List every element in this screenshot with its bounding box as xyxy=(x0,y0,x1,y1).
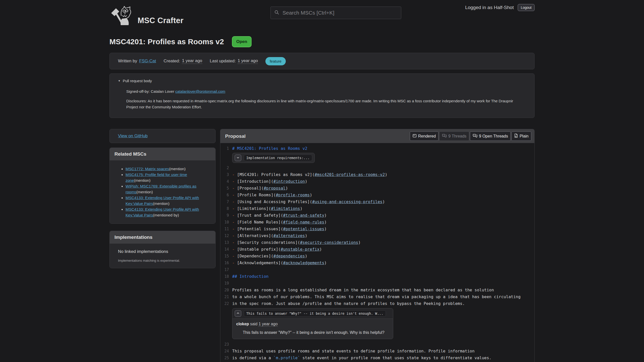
code-line: 7- [Using and Accessing Profiles](#using… xyxy=(220,198,534,205)
logout-button[interactable]: Logout xyxy=(518,4,535,11)
top-bar: MSC Crafter Logged in as Half-Shot Logou… xyxy=(109,0,535,30)
open-thread: This fails to answer "Why?" -- it being … xyxy=(232,308,393,339)
anchor-link[interactable]: #unstable-prefix xyxy=(281,247,319,252)
code-line: 25is defined via a `m.profile` state eve… xyxy=(220,354,534,361)
list-item: MSC1772: Matrix spaces(mention) xyxy=(126,166,211,172)
relation-type: (mentioned by) xyxy=(153,213,179,217)
updated-time: 1 year ago xyxy=(238,58,258,64)
code-line: 11- [Potential issues](#potential-issues… xyxy=(220,225,534,232)
proposal-title: Proposal xyxy=(225,133,246,139)
list-item: WIPish: MSC1769: Extensible profiles as … xyxy=(126,183,211,195)
anchor-link[interactable]: #security-considerations xyxy=(300,240,358,245)
line-number: 6 xyxy=(220,193,229,197)
code-line: 12- [Alternatives](#alternatives) xyxy=(220,232,534,239)
line-number: 3 xyxy=(220,172,229,177)
anchor-link[interactable]: #profile-rooms xyxy=(276,193,310,197)
github-link-box: View on GitHub xyxy=(109,129,216,143)
anchor-link[interactable]: #dependencies xyxy=(273,254,305,258)
line-number: 7 xyxy=(220,200,229,204)
svg-text:01: 01 xyxy=(515,135,517,138)
related-mscs-panel: Related MSCs MSC1772: Matrix spaces(ment… xyxy=(109,148,216,224)
relation-type: (mention) xyxy=(169,167,185,171)
rendered-view-icon xyxy=(413,134,417,139)
thread-preview-pill[interactable]: Implementation requirements:... xyxy=(244,155,312,161)
author-link[interactable]: FSG-Cat xyxy=(139,59,156,64)
line-number: 2 xyxy=(220,166,229,170)
anchor-link[interactable]: #trust-and-safety xyxy=(283,213,324,218)
code-line: 9- [Trust and Safety](#trust-and-safety) xyxy=(220,212,534,219)
code-line: 8- [Limitations](#limitations) xyxy=(220,205,534,212)
chevron-up-icon xyxy=(236,312,239,315)
goblin-hammer-logo-icon xyxy=(109,6,133,27)
anchor-link[interactable]: #proposal xyxy=(264,186,286,191)
open-thread-header: This fails to answer "Why?" -- it being … xyxy=(232,308,393,319)
related-mscs-list: MSC1772: Matrix spaces(mention) MSC4175:… xyxy=(114,166,211,218)
anchor-link[interactable]: #limitations xyxy=(271,206,300,211)
expand-thread-button[interactable] xyxy=(235,155,241,161)
code-line: 22in the spec room. Just abuse /profile … xyxy=(220,300,534,307)
login-status: Logged in as Half-Shot xyxy=(465,5,514,10)
disclosures-text: Disclosures: As it has been requested in… xyxy=(126,98,525,110)
line-number: 10 xyxy=(220,220,229,224)
anchor-link[interactable]: #alternatives xyxy=(273,233,305,238)
line-number: 13 xyxy=(220,240,229,245)
code-line: 17 xyxy=(220,266,534,273)
signoff-email-link[interactable]: catalanlover@protonmail.com xyxy=(175,89,225,94)
line-number: 12 xyxy=(220,234,229,238)
implementations-empty-text: No linked implementations xyxy=(114,249,211,254)
code-line: 19 xyxy=(220,280,534,287)
written-by-label: Written by xyxy=(118,59,137,64)
code-line: 5- [Proposal](#proposal) xyxy=(220,185,534,192)
code-line: 16- [Acknowledgements](#acknowledgements… xyxy=(220,259,534,266)
pull-request-body-panel: ▼ Pull request body Signed-off-by: Catal… xyxy=(109,73,535,118)
line-number: 19 xyxy=(220,281,229,286)
line-number: 25 xyxy=(220,356,229,360)
comment-meta: clokep said 1 year ago xyxy=(236,322,389,326)
anchor-link[interactable]: #potential-issues xyxy=(283,227,324,231)
related-mscs-title: Related MSCs xyxy=(110,148,215,160)
anchor-link[interactable]: #introduction xyxy=(273,179,305,184)
relation-type: (mention) xyxy=(153,201,169,206)
tab-plain[interactable]: 01 Plain xyxy=(511,131,531,141)
search-input[interactable] xyxy=(282,10,397,16)
search-box xyxy=(270,7,401,19)
search-icon xyxy=(274,10,279,16)
tab-rendered[interactable]: Rendered xyxy=(410,131,438,141)
anchor-link[interactable]: #using-and-accessing-profiles xyxy=(312,199,382,204)
thread-preview-pill[interactable]: This fails to answer "Why?" -- it being … xyxy=(244,310,386,317)
view-on-github-link[interactable]: View on GitHub xyxy=(118,133,148,138)
line-number: 14 xyxy=(220,247,229,252)
code-view: 1# MSC4201: Profiles as Rooms v2 Impleme… xyxy=(220,143,534,362)
relation-type: (mention) xyxy=(136,190,153,194)
session-area: Logged in as Half-Shot Logout xyxy=(465,4,535,11)
tab-threads[interactable]: 9 Threads xyxy=(439,131,469,141)
code-line: 18## Introduction xyxy=(220,273,534,280)
created-time: 1 year ago xyxy=(182,58,202,64)
line-number: 17 xyxy=(220,267,229,272)
pr-body-disclosure-toggle[interactable]: ▼ Pull request body xyxy=(118,79,152,83)
anchor-link[interactable]: #field-name-rules xyxy=(283,220,324,224)
proposal-panel: Proposal Rendered xyxy=(220,129,535,362)
feature-tag-badge: feature xyxy=(265,57,286,65)
anchor-link[interactable]: #acknowledgements xyxy=(283,260,324,265)
code-line: 21to a whole bunch of our problems. This… xyxy=(220,293,534,300)
title-row: MSC4201: Profiles as Rooms v2 Open xyxy=(109,36,535,47)
comment-time: 1 year ago xyxy=(259,322,278,327)
threads-icon xyxy=(473,134,477,139)
anchor-link[interactable]: #msc4201-profiles-as-rooms-v2 xyxy=(315,172,385,177)
tab-open-threads[interactable]: 9 Open Threads xyxy=(470,131,511,141)
code-line: 2 xyxy=(220,164,534,171)
code-line: 6- [Profile Rooms](#profile-rooms) xyxy=(220,192,534,198)
collapse-thread-button[interactable] xyxy=(235,310,241,317)
related-msc-link[interactable]: MSC1772: Matrix spaces xyxy=(126,167,169,171)
implementations-note: Implementations matching is experimental… xyxy=(114,259,211,262)
sidebar: View on GitHub Related MSCs MSC1772: Mat… xyxy=(109,129,216,268)
status-badge: Open xyxy=(232,36,251,47)
view-mode-buttons: Rendered 9 Threads xyxy=(410,131,531,141)
line-number: 5 xyxy=(220,186,229,191)
line-number: 11 xyxy=(220,227,229,231)
page-title: MSC4201: Profiles as Rooms v2 xyxy=(109,37,224,46)
comment-author: clokep xyxy=(236,322,249,326)
line-number: 15 xyxy=(220,254,229,258)
app-title: MSC Crafter xyxy=(138,16,183,27)
